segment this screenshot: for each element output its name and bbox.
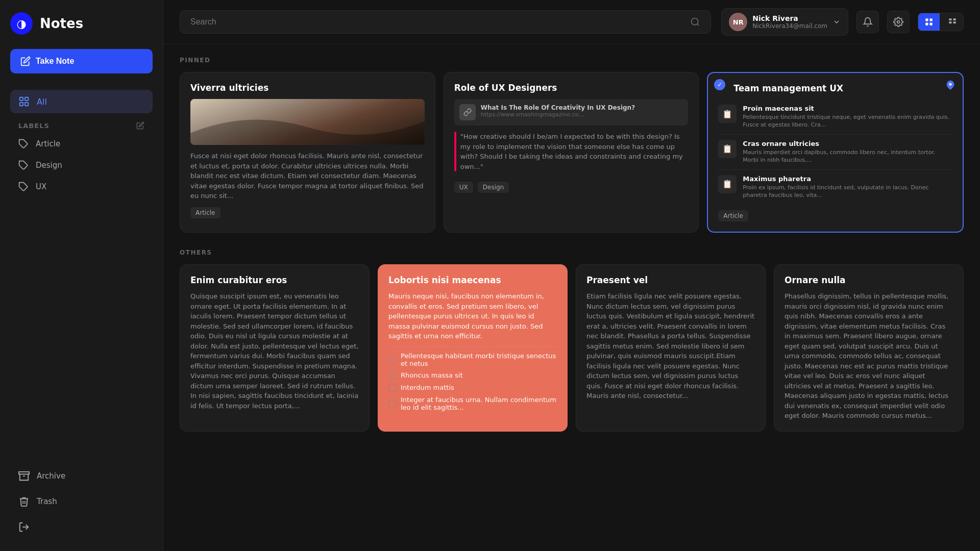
quote-bar [454,132,456,171]
sidebar-item-trash[interactable]: Trash [10,490,153,513]
checkbox-1[interactable] [388,371,397,380]
main-content: NR Nick Rivera NickRivera34@mail.com [163,0,980,551]
checkbox-2[interactable] [388,384,397,392]
card-praesent-text: Etiam facilisis ligula nec velit posuere… [586,291,755,401]
tm-item-icon: 📋 [718,175,737,193]
sidebar-item-archive[interactable]: Archive [10,464,153,488]
card-viverra-text: Fusce at nisi eget dolor rhoncus facilis… [190,151,425,201]
card-lobortis[interactable]: Lobortis nisi maecenas Mauris neque nisi… [378,264,568,432]
card-enim[interactable]: Enim curabitur eros Quisque suscipit ips… [180,264,370,432]
tm-item-text: Mauris imperdiet orci dapibus, commodo l… [743,148,952,164]
edit-labels-icon[interactable] [136,121,144,130]
design-label: Design [36,161,62,170]
checklist-text-2: Interdum mattis [401,384,454,391]
card-team-mgmt-items: 📋 Proin maecenas sit Pellentesque tincid… [718,99,952,204]
sidebar: ◑ Notes Take Note All LABELS Article [0,0,163,551]
card-viverra[interactable]: Viverra ultricies Fusce at nisi eget dol… [180,72,435,233]
card-lobortis-text: Mauris neque nisi, faucibus non elementu… [388,291,557,341]
svg-point-21 [949,83,952,86]
sidebar-item-logout[interactable] [10,515,153,539]
archive-label: Archive [37,471,65,481]
card-role-ux-link: What Is The Role Of Creativity In UX Des… [454,99,689,126]
card-praesent-title: Praesent vel [586,275,755,285]
checkbox-0[interactable] [388,356,397,364]
card-ornare[interactable]: Ornare nulla Phasellus dignissim, tellus… [774,264,964,432]
chevron-down-icon [832,18,841,26]
take-note-button[interactable]: Take Note [10,49,153,73]
svg-rect-17 [949,18,951,20]
avatar: NR [729,13,747,31]
ux-label: UX [36,182,46,191]
header-right: NR Nick Rivera NickRivera34@mail.com [721,8,964,36]
checklist-item-1: Rhoncus massa sit [388,371,557,380]
card-role-ux-quote: "How creative should I be/am I expected … [460,132,689,171]
list-icon [948,17,957,27]
checkbox-3[interactable] [388,399,397,408]
tag-icon [18,182,29,192]
search-input[interactable] [190,17,684,27]
svg-rect-13 [925,18,928,21]
card-team-mgmt-pin [945,80,955,92]
tag-design: Design [478,182,509,193]
tag-icon [18,139,29,149]
all-label: All [37,97,47,107]
tag-article: Article [190,207,220,218]
sidebar-item-ux[interactable]: UX [10,177,153,197]
svg-rect-7 [19,472,29,474]
settings-button[interactable] [887,11,910,33]
archive-icon [18,470,30,482]
checklist-item-3: Integer at faucibus urna. Nullam condime… [388,396,557,411]
card-role-ux-tags: UX Design [454,176,689,193]
external-link-icon [463,108,472,116]
view-toggle [918,13,964,31]
svg-rect-3 [25,103,28,106]
logout-icon [18,521,30,533]
tm-item-title: Cras ornare ultricies [743,140,952,147]
svg-point-12 [897,21,900,23]
card-praesent[interactable]: Praesent vel Etiam facilisis ligula nec … [576,264,766,432]
checklist-item-2: Interdum mattis [388,384,557,392]
card-viverra-title: Viverra ultricies [190,83,425,93]
wave-decoration [190,99,425,145]
pinned-cards-grid: Viverra ultricies Fusce at nisi eget dol… [180,72,964,233]
link-icon [459,104,476,120]
header: NR Nick Rivera NickRivera34@mail.com [163,0,980,44]
search-bar[interactable] [180,10,711,34]
gear-icon [893,17,903,27]
link-title: What Is The Role Of Creativity In UX Des… [481,104,635,111]
svg-rect-14 [930,18,933,21]
list-view-button[interactable] [942,13,963,31]
user-name: Nick Rivera [752,14,827,22]
link-details: What Is The Role Of Creativity In UX Des… [481,104,635,118]
tm-item-title: Proin maecenas sit [743,105,952,112]
pinned-section-label: PINNED [180,57,964,64]
svg-rect-15 [925,23,928,26]
bell-icon [863,17,873,27]
card-team-mgmt-title: Team management UX [733,83,952,93]
svg-line-11 [697,24,699,26]
card-role-ux-title: Role of UX Designers [454,83,689,93]
pin-icon [945,80,955,90]
grid-view-button[interactable] [918,13,940,31]
trash-label: Trash [37,497,57,506]
content-area: PINNED Viverra ultricies Fusce at nisi e… [163,44,980,551]
sidebar-item-all[interactable]: All [10,90,153,113]
checklist-text-3: Integer at faucibus urna. Nullam condime… [401,396,557,411]
card-lobortis-title: Lobortis nisi maecenas [388,275,557,285]
svg-rect-1 [25,97,28,101]
link-url: https://www.smashingmagazine.co... [481,111,635,118]
tm-item-text: Proin ex ipsum, facilisis id tincidunt s… [743,184,952,199]
user-menu[interactable]: NR Nick Rivera NickRivera34@mail.com [721,8,848,36]
card-viverra-image [190,99,425,145]
tag-ux: UX [454,182,473,193]
sidebar-item-design[interactable]: Design [10,155,153,176]
card-team-mgmt[interactable]: ✓ Team management UX 📋 Proin maecenas si… [707,72,964,233]
tag-article: Article [718,210,748,221]
tm-item-proin: 📋 Proin maecenas sit Pellentesque tincid… [718,99,952,135]
tm-item-icon: 📋 [718,140,737,158]
sidebar-item-article[interactable]: Article [10,134,153,154]
notifications-button[interactable] [856,11,879,33]
tm-item-icon: 📋 [718,105,737,123]
card-role-ux[interactable]: Role of UX Designers What Is The Role Of… [444,72,699,233]
checklist-text-0: Pellentesque habitant morbi tristique se… [401,352,557,367]
